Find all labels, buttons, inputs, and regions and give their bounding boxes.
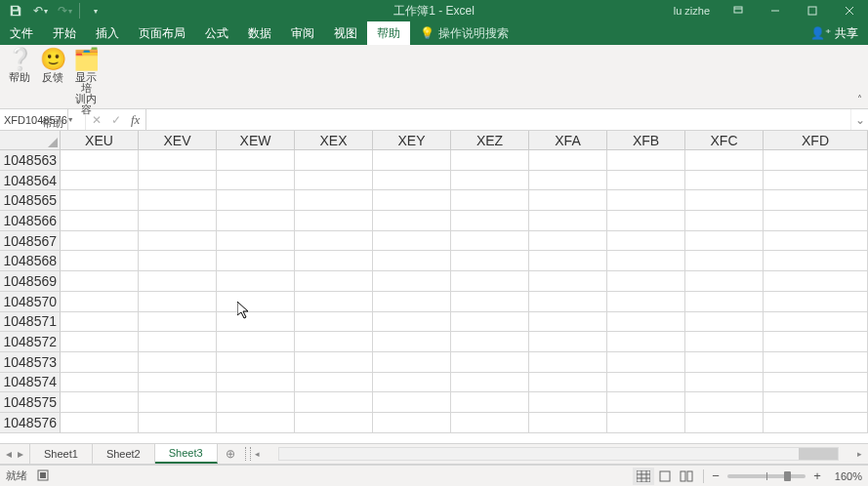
formula-input[interactable]: [146, 109, 850, 130]
share-button[interactable]: 👤⁺ 共享: [801, 25, 868, 42]
cell[interactable]: [607, 190, 685, 211]
cell[interactable]: [451, 312, 529, 333]
cell[interactable]: [139, 292, 217, 312]
show-training-button[interactable]: 🗂️ 显示培 训内容: [72, 47, 100, 115]
cell[interactable]: [217, 171, 295, 191]
cell[interactable]: [451, 251, 529, 271]
column-header[interactable]: XEU: [61, 131, 139, 150]
cell[interactable]: [607, 352, 685, 373]
cell[interactable]: [217, 373, 295, 393]
tab-home[interactable]: 开始: [43, 21, 86, 45]
cell[interactable]: [139, 271, 217, 292]
cell[interactable]: [217, 251, 295, 271]
row-header[interactable]: 1048574: [0, 373, 61, 393]
cell[interactable]: [607, 292, 685, 312]
row-header[interactable]: 1048576: [0, 413, 61, 433]
scroll-left-button[interactable]: ◂: [251, 447, 265, 461]
save-button[interactable]: [4, 1, 27, 20]
tab-file[interactable]: 文件: [0, 21, 43, 45]
cell[interactable]: [217, 150, 295, 171]
cell[interactable]: [295, 332, 373, 352]
cell[interactable]: [451, 171, 529, 191]
cell[interactable]: [764, 312, 868, 333]
scroll-thumb[interactable]: [799, 448, 838, 460]
cell[interactable]: [373, 352, 451, 373]
cell[interactable]: [529, 413, 607, 433]
cell[interactable]: [607, 251, 685, 271]
minimize-button[interactable]: [761, 0, 790, 21]
cell[interactable]: [139, 150, 217, 171]
cell[interactable]: [764, 292, 868, 312]
column-header[interactable]: XEV: [139, 131, 217, 150]
cell[interactable]: [373, 373, 451, 393]
cell[interactable]: [529, 312, 607, 333]
cell[interactable]: [764, 332, 868, 352]
scroll-right-button[interactable]: ▸: [852, 447, 866, 461]
cell[interactable]: [295, 211, 373, 231]
cell[interactable]: [295, 231, 373, 252]
cell[interactable]: [529, 190, 607, 211]
cell[interactable]: [139, 352, 217, 373]
cell[interactable]: [529, 392, 607, 413]
cell[interactable]: [607, 332, 685, 352]
cell[interactable]: [217, 190, 295, 211]
cell[interactable]: [685, 392, 764, 413]
cell[interactable]: [295, 150, 373, 171]
tab-view[interactable]: 视图: [324, 21, 367, 45]
column-header[interactable]: XEZ: [451, 131, 529, 150]
cell[interactable]: [373, 292, 451, 312]
cell[interactable]: [373, 312, 451, 333]
cell[interactable]: [373, 171, 451, 191]
cell[interactable]: [373, 211, 451, 231]
feedback-button[interactable]: 🙂 反馈: [39, 47, 66, 115]
cell[interactable]: [295, 292, 373, 312]
select-all-corner[interactable]: [0, 131, 61, 150]
row-header[interactable]: 1048563: [0, 150, 61, 171]
cell[interactable]: [139, 190, 217, 211]
cell[interactable]: [217, 312, 295, 333]
tab-formulas[interactable]: 公式: [195, 21, 238, 45]
tab-help[interactable]: 帮助: [367, 21, 410, 45]
scroll-track[interactable]: [278, 447, 839, 461]
page-layout-view-button[interactable]: [654, 468, 676, 485]
cell[interactable]: [217, 392, 295, 413]
help-button[interactable]: ❔ 帮助: [6, 47, 33, 115]
expand-formula-bar-button[interactable]: ⌄: [850, 109, 868, 130]
cell[interactable]: [764, 392, 868, 413]
cell[interactable]: [529, 373, 607, 393]
zoom-track[interactable]: [727, 474, 806, 478]
column-header[interactable]: XEW: [217, 131, 295, 150]
normal-view-button[interactable]: [633, 468, 654, 485]
undo-button[interactable]: ↶▾: [28, 1, 52, 20]
cell[interactable]: [61, 292, 139, 312]
cell[interactable]: [451, 190, 529, 211]
cell[interactable]: [139, 251, 217, 271]
tab-data[interactable]: 数据: [238, 21, 281, 45]
cell[interactable]: [139, 373, 217, 393]
cell[interactable]: [607, 150, 685, 171]
cell[interactable]: [685, 373, 764, 393]
cell[interactable]: [685, 211, 764, 231]
cell[interactable]: [685, 292, 764, 312]
tab-review[interactable]: 审阅: [281, 21, 324, 45]
cell[interactable]: [451, 413, 529, 433]
name-box[interactable]: XFD1048576 ▼: [0, 109, 68, 130]
row-header[interactable]: 1048572: [0, 332, 61, 352]
cell[interactable]: [529, 251, 607, 271]
cell[interactable]: [764, 211, 868, 231]
cell[interactable]: [61, 190, 139, 211]
zoom-level[interactable]: 160%: [829, 470, 862, 482]
row-header[interactable]: 1048564: [0, 171, 61, 191]
cell[interactable]: [451, 150, 529, 171]
cell[interactable]: [529, 332, 607, 352]
cell[interactable]: [607, 312, 685, 333]
cell[interactable]: [529, 271, 607, 292]
cell[interactable]: [295, 171, 373, 191]
column-header[interactable]: XFD: [764, 131, 868, 150]
zoom-in-button[interactable]: +: [811, 468, 823, 483]
cell[interactable]: [61, 150, 139, 171]
cell[interactable]: [61, 211, 139, 231]
cell[interactable]: [217, 413, 295, 433]
cell[interactable]: [764, 271, 868, 292]
tell-me-search[interactable]: 💡 操作说明搜索: [410, 21, 518, 45]
